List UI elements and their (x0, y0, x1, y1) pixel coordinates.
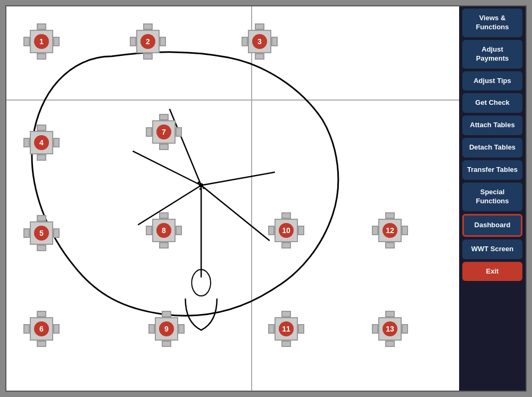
table-5[interactable]: 5 (22, 214, 61, 252)
table-3[interactable]: 3 (240, 22, 279, 61)
svg-point-10 (200, 188, 201, 190)
transfer-tables-button[interactable]: Transfer Tables (462, 160, 522, 180)
table-9[interactable]: 9 (147, 310, 186, 348)
detach-tables-button[interactable]: Detach Tables (462, 138, 522, 158)
adjust-payments-button[interactable]: Adjust Payments (462, 40, 522, 69)
dashboard-button[interactable]: Dashboard (462, 214, 522, 237)
views-functions-button[interactable]: Views & Functions (462, 9, 522, 37)
svg-point-9 (203, 187, 205, 189)
adjust-tips-button[interactable]: Adjust Tips (462, 71, 522, 91)
special-functions-button[interactable]: Special Functions (462, 183, 522, 211)
table-12[interactable]: 12 (371, 211, 409, 250)
attach-tables-button[interactable]: Attach Tables (462, 115, 522, 135)
table-11[interactable]: 11 (267, 310, 305, 348)
table-13[interactable]: 13 (371, 310, 409, 348)
table-8[interactable]: 8 (145, 211, 183, 250)
app: 1 2 3 (5, 5, 527, 392)
exit-button[interactable]: Exit (462, 262, 522, 282)
svg-point-7 (199, 183, 203, 187)
table-4[interactable]: 4 (22, 123, 61, 162)
svg-point-8 (197, 181, 200, 184)
svg-line-1 (132, 151, 201, 185)
wwt-screen-button[interactable]: WWT Screen (462, 239, 522, 259)
floor-plan: 1 2 3 (6, 6, 459, 391)
svg-line-5 (201, 172, 275, 186)
table-7[interactable]: 7 (145, 113, 183, 151)
table-2[interactable]: 2 (129, 22, 167, 61)
svg-line-4 (201, 185, 270, 241)
get-check-button[interactable]: Get Check (462, 93, 522, 113)
table-1[interactable]: 1 (22, 22, 61, 61)
table-10[interactable]: 10 (267, 211, 305, 250)
table-6[interactable]: 6 (22, 310, 61, 348)
sidebar: Views & Functions Adjust Payments Adjust… (459, 6, 526, 391)
